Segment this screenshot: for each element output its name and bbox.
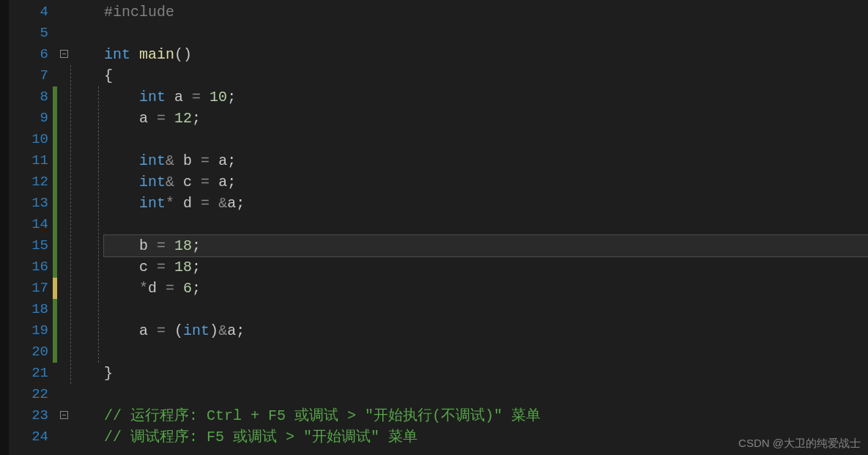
line-number[interactable]: 18 [9,299,53,320]
line-number[interactable]: 16 [9,256,53,278]
code-line[interactable]: } [104,363,868,384]
code-line[interactable]: int* d = &a; [104,193,868,214]
code-line[interactable]: // 运行程序: Ctrl + F5 或调试 > "开始执行(不调试)" 菜单 [104,405,868,426]
code-line[interactable]: int& b = a; [104,150,868,171]
diff-marker [53,299,57,363]
line-number[interactable]: 12 [9,171,53,193]
code-line[interactable]: int main() [104,44,868,65]
line-number[interactable]: 22 [9,384,53,405]
code-line[interactable] [104,341,868,363]
diff-marker [53,86,57,278]
code-line[interactable]: #include [104,1,868,23]
code-line[interactable]: { [104,65,868,86]
line-number[interactable]: 11 [9,150,53,171]
code-line[interactable]: b = 18; [104,235,868,256]
line-number[interactable]: 21 [9,363,53,384]
line-number[interactable]: 19 [9,320,53,341]
code-line[interactable] [104,384,868,405]
marker-column [53,0,104,455]
fold-toggle-icon[interactable] [60,411,68,419]
code-editor[interactable]: 456789101112131415161718192021222324 #in… [0,0,868,455]
line-number[interactable]: 10 [9,129,53,150]
code-line[interactable] [104,299,868,320]
code-line[interactable]: int a = 10; [104,86,868,108]
code-line[interactable] [104,23,868,44]
line-number[interactable]: 23 [9,405,53,426]
breakpoint-strip[interactable] [0,0,9,455]
code-line[interactable] [104,214,868,235]
line-number[interactable]: 14 [9,214,53,235]
line-number[interactable]: 20 [9,341,53,363]
line-number[interactable]: 4 [9,1,53,23]
code-line[interactable]: // 调试程序: F5 或调试 > "开始调试" 菜单 [104,426,868,448]
line-number[interactable]: 9 [9,108,53,129]
code-line[interactable]: a = (int)&a; [104,320,868,341]
code-line[interactable]: *d = 6; [104,278,868,299]
code-line[interactable] [104,129,868,150]
line-number[interactable]: 8 [9,86,53,108]
line-number[interactable]: 17 [9,278,53,299]
line-number[interactable]: 13 [9,193,53,214]
diff-marker [53,278,57,299]
line-number[interactable]: 7 [9,65,53,86]
code-line[interactable]: c = 18; [104,256,868,278]
code-line[interactable]: a = 12; [104,108,868,129]
line-number[interactable]: 15 [9,235,53,256]
code-area[interactable]: #include int main(){ int a = 10; a = 12;… [104,0,868,455]
line-number-gutter[interactable]: 456789101112131415161718192021222324 [9,0,53,455]
line-number[interactable]: 24 [9,426,53,448]
code-line[interactable]: int& c = a; [104,171,868,193]
line-number[interactable]: 6 [9,44,53,65]
line-number[interactable]: 5 [9,23,53,44]
fold-toggle-icon[interactable] [60,50,68,58]
